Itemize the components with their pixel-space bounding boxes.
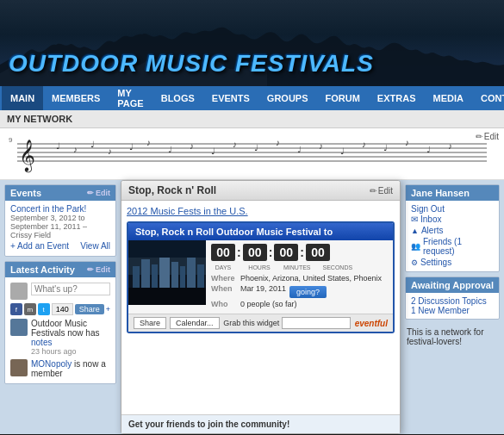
countdown-hours: 00 (243, 244, 267, 261)
svg-rect-31 (152, 264, 158, 288)
plus-btn[interactable]: + (106, 305, 110, 314)
calendar-btn[interactable]: Calendar... (170, 317, 220, 329)
footer-buttons: Share Calendar... (134, 317, 220, 329)
colon-2: : (269, 245, 273, 259)
sheet-music-edit[interactable]: ✏ Edit (476, 132, 499, 141)
svg-text:♩: ♩ (254, 143, 258, 152)
svg-text:♪: ♪ (146, 138, 151, 147)
new-member-link[interactable]: 1 New Member (411, 306, 494, 315)
add-event-link[interactable]: + Add an Event (10, 241, 69, 251)
activity-avatar-2 (10, 359, 28, 376)
svg-text:♩: ♩ (383, 143, 388, 152)
seconds-label: SECONDS (323, 264, 353, 270)
events-edit-btn[interactable]: ✏ Edit (87, 189, 110, 197)
when-row: When Mar 19, 2011 going? (211, 284, 388, 298)
svg-text:𝄞: 𝄞 (19, 140, 35, 173)
modal-subtitle[interactable]: 2012 Music Fests in the U.S. (127, 206, 395, 216)
left-sidebar: Events ✏ Edit Concert in the Park! Septe… (0, 180, 121, 434)
svg-text:♩: ♩ (211, 146, 215, 156)
nav-item-forum[interactable]: FORUM (317, 86, 369, 110)
modal-edit-btn[interactable]: ✏ Edit (370, 186, 393, 196)
settings-link[interactable]: Settings (420, 258, 451, 267)
countdown-days: 00 (211, 244, 235, 261)
svg-text:♪: ♪ (73, 145, 78, 154)
whats-up-input[interactable] (31, 283, 110, 295)
nav-item-main[interactable]: MAIN (2, 86, 43, 110)
widget-header: Stop, Rock n Roll Outdoor Music Festival… (128, 223, 393, 240)
who-label: Who (211, 300, 237, 308)
activity-time-1: 23 hours ago (31, 347, 110, 356)
modal-body: 2012 Music Fests in the U.S. Stop, Rock … (121, 201, 400, 414)
settings-icon: ⚙ (411, 258, 418, 267)
svg-text:♩: ♩ (129, 142, 134, 152)
sign-out-link[interactable]: Sign Out (411, 204, 494, 214)
inbox-link[interactable]: Inbox (420, 214, 441, 224)
activity-header: Latest Activity ✏ Edit (5, 262, 115, 277)
svg-rect-34 (180, 266, 185, 288)
nav-item-events[interactable]: EVENTS (203, 86, 258, 110)
where-row: Where Phoenix, Arizona, United States, P… (211, 274, 388, 283)
friends-row: 👥 Friends (1 request) (411, 236, 494, 257)
activity-content: f m t 140 Share + Outdoor Music Festival… (5, 277, 115, 383)
facebook-icon[interactable]: f (10, 303, 22, 315)
pending-header: Awaiting Approval (406, 277, 499, 293)
right-sidebar: Jane Hansen Sign Out ✉ Inbox ▲ Alerts 👥 … (401, 180, 504, 434)
events-content: Concert in the Park! September 3, 2012 t… (5, 201, 115, 256)
nav-item-blogs[interactable]: BLOGS (152, 86, 203, 110)
nav-item-extras[interactable]: EXTRAS (369, 86, 425, 110)
activity-text-2: MONopoly is now a member (31, 359, 110, 378)
pencil-icon: ✏ (370, 186, 376, 196)
main-content: Events ✏ Edit Concert in the Park! Septe… (0, 180, 504, 434)
inbox-icon: ✉ (411, 214, 418, 224)
event-details: Where Phoenix, Arizona, United States, P… (211, 274, 388, 308)
going-button[interactable]: going? (289, 286, 327, 298)
alerts-row: ▲ Alerts (411, 225, 494, 236)
share-widget-btn[interactable]: Share (134, 317, 166, 329)
friends-link[interactable]: Friends (1 request) (423, 237, 494, 256)
profile-section: Jane Hansen Sign Out ✉ Inbox ▲ Alerts 👥 … (405, 184, 500, 272)
svg-text:♩: ♩ (56, 141, 60, 151)
view-all-link[interactable]: View All (80, 241, 110, 251)
alerts-link[interactable]: Alerts (421, 226, 444, 235)
activity-title: Latest Activity (10, 264, 75, 275)
twitter-icon[interactable]: t (38, 303, 50, 315)
events-section-header: Events ✏ Edit (5, 185, 115, 201)
svg-text:♩: ♩ (340, 146, 345, 156)
svg-text:♩: ♩ (426, 145, 431, 154)
discussion-topics-link[interactable]: 2 Discussion Topics (411, 296, 494, 306)
share-button[interactable]: Share (75, 304, 104, 314)
monopoly-link[interactable]: MONopoly (31, 359, 72, 369)
modal-bottom: Get your friends to join the community! (121, 414, 400, 433)
countdown-boxes: 00 : 00 : 00 : 00 (211, 244, 388, 261)
grab-widget-area: Grab this widget (223, 317, 351, 329)
notes-link[interactable]: notes (31, 338, 52, 347)
event-image (128, 240, 206, 305)
nav-item-groups[interactable]: GROUPS (258, 86, 317, 110)
profile-header: Jane Hansen (406, 185, 499, 201)
who-value: 0 people (so far) (240, 300, 297, 308)
sheet-music-area: ✏ Edit 𝄞 ♩ ♪ ♩ ♪ ♩ ♪ ♩ ♪ ♩ ♪ ♩ ♪ ♩ ♪ ♩ ♪… (0, 128, 504, 180)
svg-text:♩: ♩ (90, 140, 95, 149)
whats-up-row (10, 281, 110, 301)
svg-text:♪: ♪ (448, 141, 452, 151)
center-area: Stop, Rock n' Roll ✏ Edit 2012 Music Fes… (121, 180, 401, 434)
svg-text:♪: ♪ (233, 140, 237, 149)
widget-footer: Share Calendar... Grab this widget event… (128, 314, 393, 332)
grab-widget-input[interactable] (282, 317, 351, 329)
nav-item-contact[interactable]: CONTACT (472, 86, 504, 110)
events-actions: + Add an Event View All (10, 239, 110, 252)
event-link[interactable]: Concert in the Park! (10, 204, 110, 214)
myspace-icon[interactable]: m (24, 303, 36, 315)
share-count: 140 (52, 303, 73, 315)
pencil-icon: ✏ (87, 189, 94, 197)
days-label: DAYS (211, 264, 235, 270)
nav-item-members[interactable]: MEMBERS (43, 86, 109, 110)
event-date: September 3, 2012 to September 11, 2011 … (10, 214, 110, 239)
main-nav: MAIN MEMBERS MY PAGE BLOGS EVENTS GROUPS… (0, 86, 504, 110)
countdown-labels: DAYS HOURS MINUTES SECONDS (211, 264, 388, 270)
activity-edit-btn[interactable]: ✏ Edit (87, 264, 110, 275)
nav-item-mypage[interactable]: MY PAGE (109, 86, 152, 110)
nav-item-media[interactable]: MEDIA (424, 86, 471, 110)
pencil-icon: ✏ (476, 132, 482, 141)
countdown-minutes: 00 (274, 244, 298, 261)
